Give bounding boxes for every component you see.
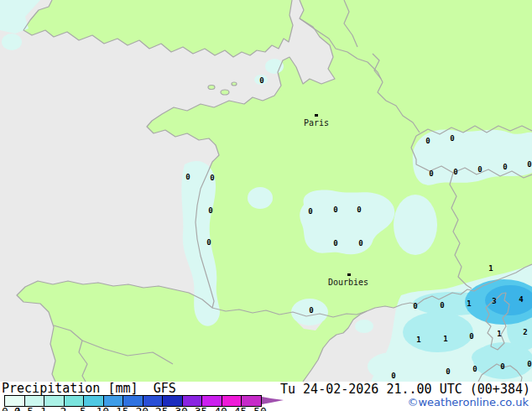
weather-map-screen: 0000000000000000010001341101200000ParisD… [0,0,532,411]
legend-tick-label: 45 [234,405,248,411]
legend-tick-label: 20 [135,405,149,411]
legend-tick-label: 25 [155,405,169,411]
map-canvas [0,0,532,382]
legend-tick-label: 0.5 [14,405,34,411]
copyright-text: ©weatheronline.co.uk [407,396,529,408]
legend-tick-label: 40 [214,405,227,411]
legend-strip: Precipitation [mm] GFS 0.10.512510152025… [0,382,532,411]
legend-tick-label: 10 [96,405,109,411]
legend-tick-label: 1 [40,405,47,411]
legend-tick-label: 2 [60,405,66,411]
model-run-info: Tu 24-02-2026 21..00 UTC (00+384) [280,382,530,397]
legend-tick-label: 5 [80,405,86,411]
precipitation-map: 0000000000000000010001341101200000ParisD… [0,0,532,382]
legend-tick-label: 15 [116,405,129,411]
legend-tick-label: 30 [175,405,188,411]
legend-tick-label: 35 [195,405,208,411]
legend-tick-label: 50 [253,405,267,411]
